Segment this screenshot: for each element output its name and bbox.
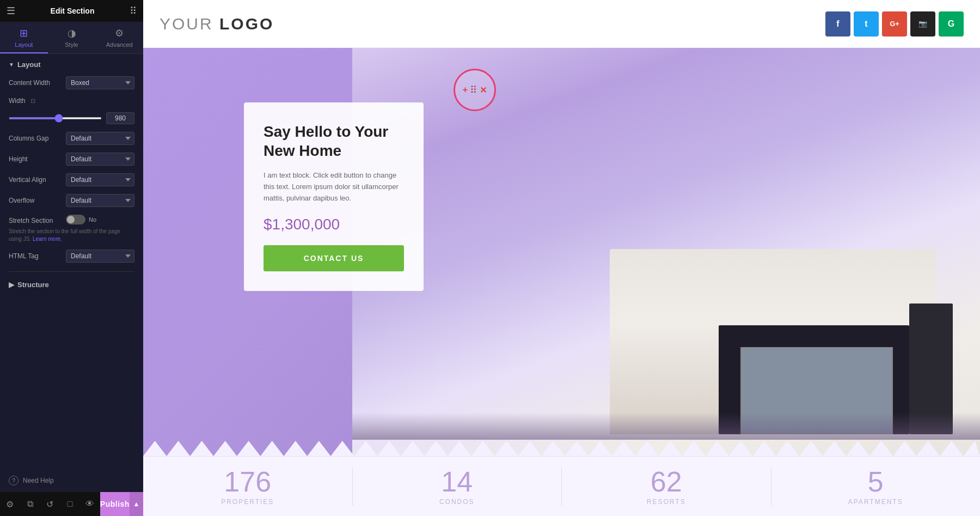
settings-icon[interactable]: ⚙ [0,492,20,516]
need-help-label: Need Help [23,477,54,484]
stretch-section-label: Stretch Section [9,215,66,224]
twitter-button[interactable]: t [854,11,879,37]
site-logo: YOUR LOGO [160,15,274,33]
card-description: I am text block. Click edit button to ch… [264,170,404,204]
vertical-align-select[interactable]: Default Top Middle Bottom [66,173,134,186]
responsive-icon[interactable]: □ [60,492,80,516]
googleplus-button[interactable]: G+ [882,11,907,37]
width-slider-container [9,112,134,124]
html-tag-label: HTML Tag [9,252,66,260]
tab-style[interactable]: ◑ Style [48,22,96,53]
panel-bottom-bar: ⚙ ⧉ ↺ □ 👁 Publish ▲ [0,492,143,516]
vertical-align-label: Vertical Align [9,176,66,184]
publish-button[interactable]: Publish [100,492,130,516]
width-row: Width ⊡ [9,97,134,105]
structure-section-header[interactable]: ▶ Structure [9,281,134,289]
apartments-number: 5 [868,468,884,496]
properties-number: 176 [224,468,271,496]
stretch-toggle-switch: No [66,215,96,224]
columns-gap-label: Columns Gap [9,135,66,142]
card-price: $1,300,000 [264,216,404,233]
stretch-toggle-label: No [89,216,96,223]
need-help-section: ? Need Help [0,469,143,492]
width-icon: ⊡ [30,98,35,104]
instagram-button[interactable]: 📷 [910,11,935,37]
tab-advanced-label: Advanced [106,41,133,48]
hero-section: + ⠿ ✕ Say Hello to Your New Home I am te… [143,48,980,456]
html-tag-select[interactable]: Default header footer main article secti… [66,250,134,263]
section-divider [9,271,134,272]
overflow-label: Overflow [9,197,66,204]
card-title: Say Hello to Your New Home [264,122,404,160]
stretch-section-row: Stretch Section No [9,215,134,224]
panel-content: ▼ Layout Content Width Boxed Full Width … [0,54,143,469]
width-slider[interactable] [9,117,102,119]
structure-arrow-icon: ▶ [9,281,14,289]
overflow-row: Overflow Default Hidden Auto [9,194,134,207]
properties-label: PROPERTIES [221,498,274,506]
advanced-icon: ⚙ [115,27,124,39]
width-label: Width ⊡ [9,97,66,105]
hamburger-icon[interactable]: ☰ [7,5,15,17]
logo-thin: YOUR [160,15,219,33]
arrow-down-icon: ▼ [9,62,14,68]
content-width-select[interactable]: Boxed Full Width [66,76,134,89]
html-tag-row: HTML Tag Default header footer main arti… [9,250,134,263]
circle-controls: + ⠿ ✕ [463,84,487,96]
circle-plus-icon[interactable]: + [463,85,468,95]
house-image [352,48,980,456]
layout-section-header[interactable]: ▼ Layout [9,60,134,69]
facebook-button[interactable]: f [825,11,850,37]
resorts-label: RESORTS [647,498,686,506]
content-width-row: Content Width Boxed Full Width [9,76,134,89]
grid-icon[interactable]: ⠿ [130,5,137,17]
learn-more-link[interactable]: Learn more. [33,236,62,242]
structure-label: Structure [17,281,49,289]
circle-close-icon[interactable]: ✕ [480,85,487,95]
width-number-input[interactable] [106,112,134,124]
section-action-circle[interactable]: + ⠿ ✕ [454,69,496,111]
left-panel: ☰ Edit Section ⠿ ⊞ Layout ◑ Style ⚙ Adva… [0,0,143,516]
social-icons-group: f t G+ 📷 G [825,11,964,37]
logo-bold: LOGO [219,15,274,33]
stretch-help-text: Stretch the section to the full width of… [9,228,134,243]
resorts-number: 62 [651,468,682,496]
columns-gap-row: Columns Gap Default None Narrow Wide [9,132,134,145]
circle-drag-icon[interactable]: ⠿ [470,84,477,96]
columns-gap-select[interactable]: Default None Narrow Wide [66,132,134,145]
height-row: Height Default Min Height Fit To Screen [9,153,134,166]
condos-label: CONDOS [439,498,475,506]
top-nav: YOUR LOGO f t G+ 📷 G [143,0,980,48]
help-circle-icon[interactable]: ? [9,476,19,485]
eye-icon[interactable]: 👁 [80,492,100,516]
width-slider-row [9,112,134,124]
vertical-align-row: Vertical Align Default Top Middle Bottom [9,173,134,186]
layout-icon: ⊞ [20,27,28,39]
condos-number: 14 [441,468,473,496]
toggle-knob [67,216,75,223]
style-icon: ◑ [68,27,76,39]
hero-card: Say Hello to Your New Home I am text blo… [244,102,424,291]
main-content: YOUR LOGO f t G+ 📷 G + ⠿ ✕ [143,0,980,516]
green-social-button[interactable]: G [939,11,964,37]
overflow-select[interactable]: Default Hidden Auto [66,194,134,207]
content-width-label: Content Width [9,79,66,87]
layout-section-label: Layout [17,60,41,69]
stat-resorts: 62 RESORTS [562,468,771,506]
height-select[interactable]: Default Min Height Fit To Screen [66,153,134,166]
tab-layout[interactable]: ⊞ Layout [0,22,48,53]
contact-us-button[interactable]: CONTACT US [264,245,404,271]
panel-header: ☰ Edit Section ⠿ [0,0,143,22]
history-icon[interactable]: ↺ [40,492,60,516]
stat-properties: 176 PROPERTIES [143,468,353,506]
panel-title: Edit Section [51,7,95,15]
stat-apartments: 5 APARTMENTS [771,468,981,506]
apartments-label: APARTMENTS [848,498,903,506]
layers-icon[interactable]: ⧉ [20,492,40,516]
publish-chevron[interactable]: ▲ [130,492,143,516]
panel-tabs: ⊞ Layout ◑ Style ⚙ Advanced [0,22,143,54]
stat-condos: 14 CONDOS [353,468,562,506]
tab-advanced[interactable]: ⚙ Advanced [95,22,143,53]
height-label: Height [9,155,66,163]
stretch-toggle-track[interactable] [66,215,85,224]
